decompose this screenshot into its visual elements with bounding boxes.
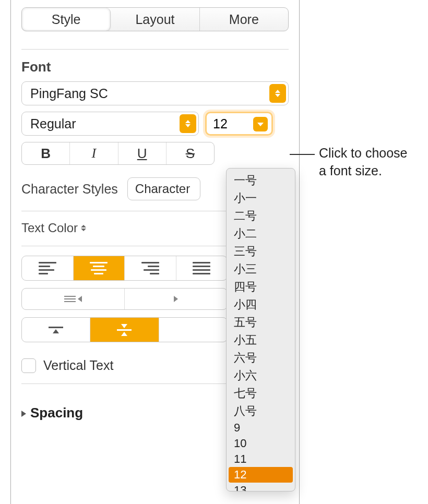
valign-top-button[interactable] [22, 318, 90, 342]
vertical-text-label: Vertical Text [43, 358, 113, 373]
horizontal-alignment-segment [21, 256, 228, 281]
chevron-down-icon[interactable] [253, 117, 268, 131]
align-center-button[interactable] [74, 256, 125, 280]
chevron-updown-icon [269, 84, 286, 103]
font-weight-value: Regular [30, 116, 76, 131]
chevron-right-icon [21, 411, 26, 417]
font-size-option[interactable]: 小四 [227, 296, 295, 314]
text-color-label: Text Color [21, 221, 78, 235]
callout-line1: Click to choose [319, 145, 408, 162]
italic-button[interactable]: I [70, 142, 118, 164]
font-size-option[interactable]: 13 [227, 483, 295, 491]
inspector-tabs: Style Layout More [21, 7, 289, 31]
font-size-option[interactable]: 小二 [227, 225, 295, 243]
font-size-option[interactable]: 小六 [227, 367, 295, 385]
font-size-option[interactable]: 11 [227, 451, 295, 467]
font-size-option[interactable]: 小三 [227, 260, 295, 278]
font-size-option[interactable]: 四号 [227, 278, 295, 296]
callout-line2: a font size. [319, 162, 408, 180]
tab-style[interactable]: Style [22, 8, 111, 31]
font-family-popup[interactable]: PingFang SC [21, 81, 289, 105]
outdent-button[interactable] [22, 289, 125, 309]
vertical-alignment-segment [21, 317, 228, 342]
indent-segment [21, 288, 228, 310]
chevron-updown-icon [81, 225, 86, 231]
align-justify-button[interactable] [176, 256, 228, 280]
callout-text: Click to choose a font size. [319, 145, 408, 180]
bold-button[interactable]: B [22, 142, 70, 164]
chevron-updown-icon [180, 114, 196, 133]
tab-layout[interactable]: Layout [111, 8, 199, 31]
strikethrough-button[interactable]: S [167, 142, 214, 164]
character-styles-label: Character Styles [21, 182, 118, 197]
font-size-option[interactable]: 10 [227, 436, 295, 451]
font-weight-size-row: Regular 12 [21, 112, 289, 136]
font-size-option[interactable]: 二号 [227, 207, 295, 225]
font-family-value: PingFang SC [30, 86, 108, 101]
font-size-option[interactable]: 小一 [227, 189, 295, 207]
font-size-dropdown[interactable]: 一号小一二号小二三号小三四号小四五号小五六号小六七号八号910111213 [226, 168, 295, 491]
character-styles-popup[interactable]: Character [127, 177, 200, 200]
font-size-field-wrap: 12 [205, 112, 273, 136]
font-size-option[interactable]: 一号 [227, 172, 295, 189]
font-size-option[interactable]: 八号 [227, 402, 295, 420]
valign-bottom-button[interactable] [159, 318, 227, 342]
align-left-button[interactable] [22, 256, 74, 280]
font-weight-popup[interactable]: Regular [21, 112, 199, 136]
valign-middle-button[interactable] [90, 318, 159, 342]
font-size-option[interactable]: 9 [227, 420, 295, 436]
font-size-option[interactable]: 12 [229, 467, 293, 483]
align-right-button[interactable] [125, 256, 176, 280]
font-size-field[interactable]: 12 [205, 112, 273, 136]
callout-leader-line [290, 154, 315, 155]
font-size-value: 12 [213, 116, 228, 131]
font-size-option[interactable]: 五号 [227, 314, 295, 331]
font-size-option[interactable]: 三号 [227, 243, 295, 260]
font-size-option[interactable]: 六号 [227, 349, 295, 367]
spacing-label: Spacing [30, 405, 83, 421]
vertical-text-checkbox[interactable] [21, 358, 36, 373]
font-section-label: Font [21, 59, 289, 75]
divider [21, 49, 289, 50]
format-inspector-sidebar: Style Layout More Font PingFang SC Regul… [10, 0, 300, 504]
underline-button[interactable]: U [118, 142, 167, 164]
font-size-option[interactable]: 七号 [227, 385, 295, 402]
tab-more[interactable]: More [200, 8, 288, 31]
indent-button[interactable] [125, 289, 227, 309]
callout: Click to choose a font size. [290, 145, 408, 180]
font-style-segment: B I U S [21, 142, 215, 165]
font-size-option[interactable]: 小五 [227, 331, 295, 349]
